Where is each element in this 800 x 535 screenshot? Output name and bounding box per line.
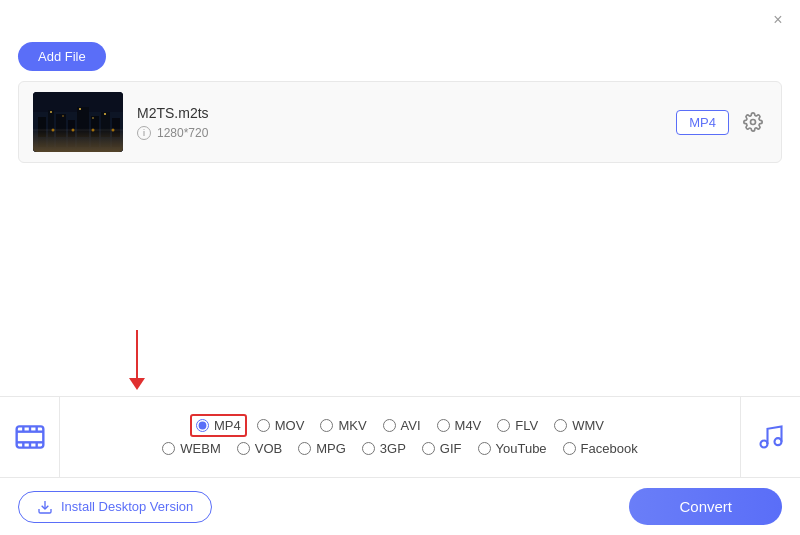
audio-tab-button[interactable]: [740, 397, 800, 477]
radio-m4v[interactable]: [437, 419, 450, 432]
label-m4v: M4V: [455, 418, 482, 433]
radio-mpg[interactable]: [298, 442, 311, 455]
svg-rect-7: [91, 116, 99, 147]
radio-mp4[interactable]: [196, 419, 209, 432]
format-option-mov[interactable]: MOV: [257, 418, 305, 433]
svg-point-31: [760, 441, 767, 448]
file-meta: i 1280*720: [137, 126, 662, 140]
info-icon: i: [137, 126, 151, 140]
format-option-mkv[interactable]: MKV: [320, 418, 366, 433]
music-icon: [757, 423, 785, 451]
radio-wmv[interactable]: [554, 419, 567, 432]
format-option-avi[interactable]: AVI: [383, 418, 421, 433]
svg-point-18: [72, 129, 75, 132]
add-file-button[interactable]: Add File: [18, 42, 106, 71]
file-name: M2TS.m2ts: [137, 105, 662, 121]
top-bar: Add File: [0, 36, 800, 81]
file-resolution: 1280*720: [157, 126, 208, 140]
radio-mov[interactable]: [257, 419, 270, 432]
label-avi: AVI: [401, 418, 421, 433]
thumbnail-svg: [33, 92, 123, 152]
video-tab-button[interactable]: [0, 397, 60, 477]
title-bar: ×: [0, 0, 800, 36]
arrow-down: [136, 330, 138, 380]
svg-rect-3: [48, 110, 54, 147]
radio-mkv[interactable]: [320, 419, 333, 432]
file-info: M2TS.m2ts i 1280*720: [137, 105, 662, 140]
radio-avi[interactable]: [383, 419, 396, 432]
format-option-gif[interactable]: GIF: [422, 441, 462, 456]
label-mkv: MKV: [338, 418, 366, 433]
svg-point-13: [62, 115, 64, 117]
label-webm: WEBM: [180, 441, 220, 456]
format-option-webm[interactable]: WEBM: [162, 441, 220, 456]
format-option-m4v[interactable]: M4V: [437, 418, 482, 433]
radio-webm[interactable]: [162, 442, 175, 455]
format-option-flv[interactable]: FLV: [497, 418, 538, 433]
format-option-mpg[interactable]: MPG: [298, 441, 346, 456]
format-badge-button[interactable]: MP4: [676, 110, 729, 135]
gear-icon: [743, 112, 763, 132]
svg-point-12: [79, 108, 81, 110]
format-option-mp4[interactable]: MP4: [196, 418, 241, 433]
format-option-facebook[interactable]: Facebook: [563, 441, 638, 456]
svg-point-11: [50, 111, 52, 113]
formats-grid: MP4 MOV MKV AVI M4V: [60, 408, 740, 466]
radio-facebook[interactable]: [563, 442, 576, 455]
label-flv: FLV: [515, 418, 538, 433]
file-item: M2TS.m2ts i 1280*720 MP4: [19, 82, 781, 162]
install-desktop-button[interactable]: Install Desktop Version: [18, 491, 212, 523]
radio-vob[interactable]: [237, 442, 250, 455]
svg-rect-10: [33, 137, 123, 152]
radio-flv[interactable]: [497, 419, 510, 432]
svg-rect-4: [56, 114, 66, 147]
label-mov: MOV: [275, 418, 305, 433]
svg-point-15: [104, 113, 106, 115]
svg-point-21: [751, 120, 756, 125]
film-icon: [14, 421, 46, 453]
label-gif: GIF: [440, 441, 462, 456]
radio-youtube[interactable]: [478, 442, 491, 455]
label-vob: VOB: [255, 441, 282, 456]
file-list: M2TS.m2ts i 1280*720 MP4: [18, 81, 782, 163]
format-row: MP4 MOV MKV AVI M4V: [0, 397, 800, 477]
label-youtube: YouTube: [496, 441, 547, 456]
format-option-3gp[interactable]: 3GP: [362, 441, 406, 456]
svg-point-20: [112, 129, 115, 132]
close-button[interactable]: ×: [768, 10, 788, 30]
svg-point-14: [92, 117, 94, 119]
format-option-wmv[interactable]: WMV: [554, 418, 604, 433]
label-wmv: WMV: [572, 418, 604, 433]
label-facebook: Facebook: [581, 441, 638, 456]
svg-rect-9: [112, 118, 120, 147]
file-thumbnail: [33, 92, 123, 152]
svg-point-19: [92, 129, 95, 132]
download-icon: [37, 499, 53, 515]
svg-point-32: [774, 438, 781, 445]
radio-3gp[interactable]: [362, 442, 375, 455]
format-selector: MP4 MOV MKV AVI M4V: [0, 396, 800, 535]
radio-gif[interactable]: [422, 442, 435, 455]
svg-rect-5: [68, 120, 75, 147]
format-option-vob[interactable]: VOB: [237, 441, 282, 456]
format-row-1: MP4 MOV MKV AVI M4V: [196, 418, 604, 433]
svg-rect-6: [77, 107, 89, 147]
svg-rect-2: [38, 117, 46, 147]
svg-point-17: [52, 129, 55, 132]
action-bar: Install Desktop Version Convert: [0, 477, 800, 535]
format-option-youtube[interactable]: YouTube: [478, 441, 547, 456]
convert-button[interactable]: Convert: [629, 488, 782, 525]
settings-icon-button[interactable]: [739, 108, 767, 136]
label-mpg: MPG: [316, 441, 346, 456]
thumbnail-preview: [33, 92, 123, 152]
arrow-indicator: [136, 330, 138, 380]
format-row-2: WEBM VOB MPG 3GP GIF: [162, 441, 637, 456]
svg-rect-8: [101, 112, 110, 147]
file-actions: MP4: [676, 108, 767, 136]
label-3gp: 3GP: [380, 441, 406, 456]
label-mp4: MP4: [214, 418, 241, 433]
install-label: Install Desktop Version: [61, 499, 193, 514]
